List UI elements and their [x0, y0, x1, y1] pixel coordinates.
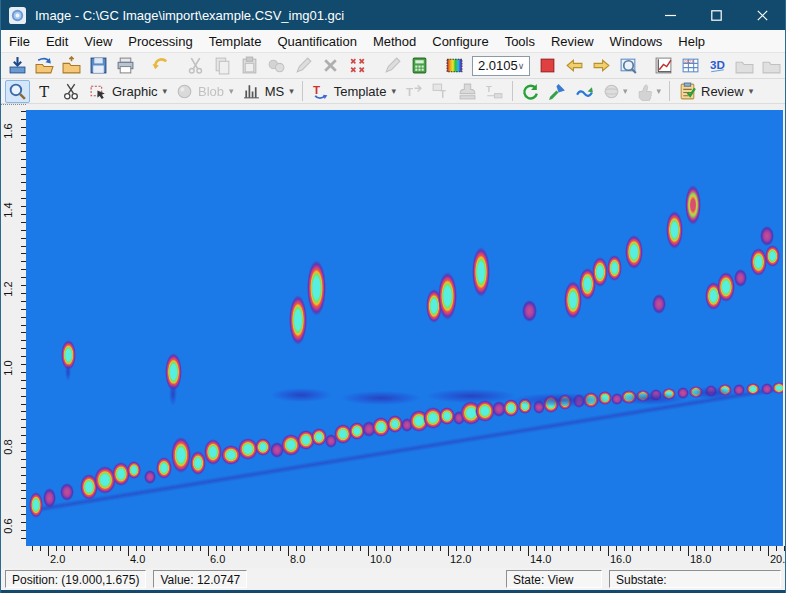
maximize-button[interactable]	[693, 0, 739, 30]
x-axis-tick	[592, 546, 593, 551]
ms-tool-button-label: MS	[265, 84, 285, 99]
x-axis-tick	[312, 546, 313, 551]
print-button[interactable]	[113, 54, 138, 77]
x-axis-tick	[728, 546, 729, 551]
stop-button[interactable]	[535, 54, 560, 77]
delete-all-button[interactable]	[345, 54, 370, 77]
chromatogram-blob	[750, 248, 767, 276]
menu-file[interactable]: File	[1, 31, 38, 52]
refresh-button[interactable]	[518, 80, 543, 103]
menu-processing[interactable]: Processing	[120, 31, 200, 52]
menu-help[interactable]: Help	[670, 31, 713, 52]
zoom-window-button[interactable]	[616, 54, 641, 77]
import-image-button[interactable]	[5, 54, 30, 77]
svg-text:T: T	[313, 82, 320, 95]
ms-tool-button[interactable]: MS▾	[239, 80, 297, 103]
brush-button[interactable]	[545, 80, 570, 103]
scale-combo[interactable]: 2.0105∨	[472, 56, 530, 76]
menu-review[interactable]: Review	[543, 31, 602, 52]
x-axis-tick	[216, 546, 217, 551]
x-axis-tick	[584, 546, 585, 551]
open-arrow-icon	[35, 56, 54, 75]
x-axis-tick	[120, 546, 121, 551]
graphic-tool-button[interactable]: Graphic▾	[86, 80, 170, 103]
x-axis-tick	[560, 546, 561, 551]
graphic-icon	[89, 82, 108, 101]
dropdown-arrow-icon[interactable]: ▾	[749, 86, 754, 96]
menu-edit[interactable]: Edit	[38, 31, 76, 52]
ms-icon	[242, 82, 261, 101]
main-toolbar: 2.0105∨01233D	[1, 53, 785, 79]
back-button[interactable]	[562, 54, 587, 77]
calculator-icon	[410, 56, 429, 75]
text-tool-button[interactable]: T	[32, 80, 57, 103]
menu-view[interactable]: View	[76, 31, 120, 52]
stamp-button	[455, 80, 480, 103]
save-image-button[interactable]	[86, 54, 111, 77]
smooth-button[interactable]	[572, 80, 597, 103]
menu-windows[interactable]: Windows	[602, 31, 671, 52]
chromatogram-image[interactable]	[26, 110, 783, 546]
chromatogram-blob	[522, 300, 537, 322]
chromatogram-blob	[29, 492, 43, 518]
paste-button	[237, 54, 262, 77]
close-button[interactable]	[739, 0, 785, 30]
dropdown-arrow-icon[interactable]: ▾	[391, 86, 396, 96]
chevron-down-icon[interactable]: ∨	[518, 61, 530, 71]
x-axis-label: 20.0	[770, 553, 786, 565]
chromatogram-blob	[607, 255, 622, 281]
chromatogram-blob	[772, 382, 783, 394]
blob-tool-button: Blob▾	[172, 80, 237, 103]
x-axis-tick	[72, 546, 73, 551]
menu-tools[interactable]: Tools	[497, 31, 543, 52]
open-file-button[interactable]	[59, 54, 84, 77]
dropdown-arrow-icon[interactable]: ▾	[163, 86, 168, 96]
x-axis-tick	[632, 546, 633, 551]
dropdown-arrow-icon[interactable]: ▾	[623, 86, 628, 96]
x-axis-tick	[328, 546, 329, 551]
arrow-left-icon	[565, 56, 584, 75]
minimize-button[interactable]	[647, 0, 693, 30]
pen-icon	[294, 56, 313, 75]
x-axis-tick	[688, 546, 689, 556]
x-axis-tick	[648, 546, 649, 551]
x-axis-tick	[32, 546, 33, 551]
chromatogram-blob	[156, 457, 172, 479]
x-axis-label: 2.0	[50, 553, 65, 565]
colormap-button[interactable]	[442, 54, 467, 77]
template-tool-button[interactable]: TTemplate▾	[308, 80, 399, 103]
chromatogram-blob	[438, 272, 457, 320]
data-table-button[interactable]: 0123	[678, 54, 703, 77]
dropdown-arrow-icon[interactable]: ▾	[656, 86, 661, 96]
dropdown-arrow-icon[interactable]: ▾	[289, 86, 294, 96]
x-axis-tick	[480, 546, 481, 551]
review-button[interactable]: Review▾	[675, 80, 756, 103]
menu-template[interactable]: Template	[201, 31, 270, 52]
x-axis-tick	[488, 546, 489, 551]
plot-button[interactable]	[651, 54, 676, 77]
menu-configure[interactable]: Configure	[424, 31, 496, 52]
x-axis-ruler: 2.04.06.08.010.012.014.016.018.020.0	[1, 546, 785, 568]
x-axis-tick	[552, 546, 553, 551]
revert-button[interactable]	[148, 54, 173, 77]
menu-quantification[interactable]: Quantification	[269, 31, 365, 52]
scissors-tool-button[interactable]	[59, 80, 84, 103]
x-axis-tick	[232, 546, 233, 551]
forward-button[interactable]	[589, 54, 614, 77]
svg-text:0123: 0123	[685, 59, 695, 64]
view-3d-button[interactable]: 3D	[705, 54, 730, 77]
x-axis-label: 10.0	[370, 553, 391, 565]
import-icon	[8, 56, 27, 75]
x-axis-label: 8.0	[290, 553, 305, 565]
x-axis-label: 12.0	[450, 553, 471, 565]
template-tool-button-label: Template	[334, 84, 387, 99]
x-axis-label: 14.0	[530, 553, 551, 565]
menu-method[interactable]: Method	[365, 31, 424, 52]
x-axis-label: 16.0	[610, 553, 631, 565]
zoom-tool-button[interactable]	[5, 80, 30, 103]
menu-bar: FileEditViewProcessingTemplateQuantifica…	[1, 30, 785, 53]
chromatogram-blob	[255, 438, 271, 456]
calculator-button[interactable]	[407, 54, 432, 77]
open-image-button[interactable]	[32, 54, 57, 77]
dropdown-arrow-icon[interactable]: ▾	[229, 86, 234, 96]
